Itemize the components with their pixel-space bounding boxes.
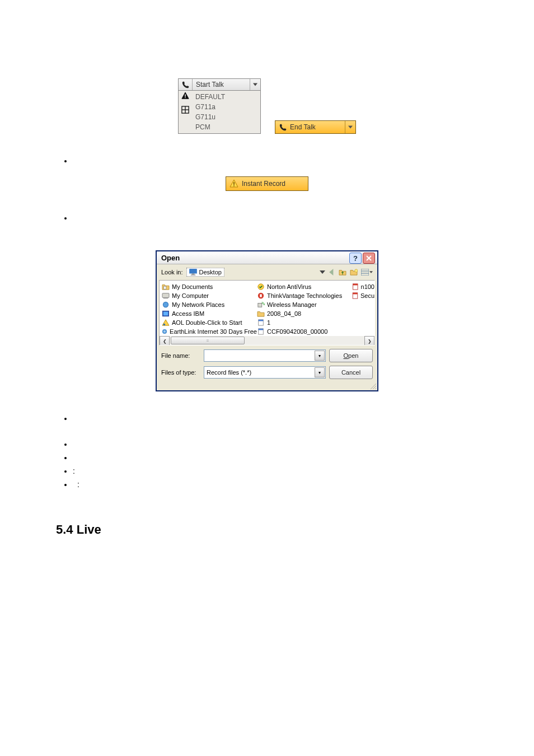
file-item[interactable]: n100 <box>352 282 374 291</box>
chevron-down-icon[interactable]: ▾ <box>315 367 325 377</box>
file-item[interactable]: Secu <box>352 291 374 300</box>
warning-icon <box>226 179 242 188</box>
filetype-value: Record files (*.*) <box>207 369 251 376</box>
start-talk-header[interactable]: Start Talk <box>178 78 261 91</box>
dialog-titlebar: Open ? <box>157 251 377 264</box>
start-talk-label: Start Talk <box>193 81 250 88</box>
codec-option[interactable]: G711a <box>195 102 260 112</box>
svg-rect-29 <box>259 329 264 330</box>
svg-rect-27 <box>259 320 264 321</box>
file-item[interactable]: EarthLink Internet 30 Days Free <box>162 327 257 336</box>
bullet-item <box>73 453 478 462</box>
file-item[interactable]: My Documents <box>162 282 257 291</box>
phone-icon <box>275 124 290 131</box>
svg-rect-7 <box>189 269 197 274</box>
svg-rect-9 <box>190 274 195 276</box>
bullet-item: : <box>73 480 478 489</box>
svg-rect-1 <box>185 97 185 98</box>
file-item[interactable]: AOL Double-Click to Start <box>162 318 257 327</box>
back-icon[interactable] <box>329 269 335 276</box>
svg-rect-15 <box>162 293 169 298</box>
open-button-label: pen <box>348 352 358 359</box>
file-item[interactable]: 1 <box>257 318 352 327</box>
codec-option[interactable]: PCM <box>195 122 260 132</box>
lookin-combo[interactable]: Desktop <box>186 268 224 277</box>
phone-icon <box>179 79 193 90</box>
scroll-left-icon[interactable]: ❮ <box>160 336 170 346</box>
svg-rect-33 <box>353 293 358 295</box>
svg-rect-14 <box>164 286 166 289</box>
filename-input[interactable]: ▾ <box>204 349 326 362</box>
svg-rect-8 <box>191 274 194 275</box>
instant-record-label: Instant Record <box>242 180 308 188</box>
svg-point-10 <box>355 269 358 272</box>
file-item[interactable]: ThinkVantage Technologies <box>257 291 352 300</box>
filename-label: File name: <box>161 352 200 359</box>
lookin-label: Look in: <box>161 269 183 276</box>
file-item[interactable]: 2008_04_08 <box>257 309 352 318</box>
end-talk-button[interactable]: End Talk <box>275 120 356 134</box>
svg-rect-6 <box>233 185 235 186</box>
svg-rect-11 <box>361 269 369 276</box>
chevron-down-icon[interactable] <box>250 79 260 90</box>
start-talk-dropdown[interactable]: Start Talk DEFAULT G711a G711u <box>178 78 261 134</box>
dialog-title: Open <box>161 254 180 262</box>
svg-rect-24 <box>260 294 261 297</box>
svg-rect-25 <box>258 303 262 307</box>
cancel-button-label: Cancel <box>341 369 360 376</box>
file-item[interactable]: Wireless Manager <box>257 300 352 309</box>
end-talk-label: End Talk <box>290 123 345 131</box>
svg-rect-31 <box>353 284 358 286</box>
start-talk-options: DEFAULT G711a G711u PCM <box>178 91 261 134</box>
file-item[interactable]: Norton AntiVirus <box>257 282 352 291</box>
file-item[interactable]: My Network Places <box>162 300 257 309</box>
cancel-button[interactable]: Cancel <box>329 366 373 379</box>
svg-point-20 <box>163 324 165 325</box>
section-heading: 5.4 Live <box>56 522 478 537</box>
close-icon[interactable] <box>363 253 375 264</box>
resize-grip-icon[interactable] <box>157 382 377 390</box>
desktop-icon <box>189 269 197 276</box>
svg-rect-16 <box>163 297 168 298</box>
svg-rect-0 <box>185 94 185 96</box>
grid-icon <box>181 106 189 115</box>
svg-rect-5 <box>233 182 235 185</box>
svg-rect-19 <box>163 312 168 316</box>
instant-record-button[interactable]: Instant Record <box>226 176 308 191</box>
bullet-item <box>73 156 478 165</box>
bullet-item <box>73 213 478 222</box>
file-item[interactable]: My Computer <box>162 291 257 300</box>
file-item[interactable]: CCF09042008_00000 <box>257 327 352 336</box>
new-folder-icon[interactable] <box>350 269 358 276</box>
help-icon[interactable]: ? <box>349 253 362 264</box>
codec-option[interactable]: G711u <box>195 112 260 122</box>
warning-icon <box>181 92 189 101</box>
up-folder-icon[interactable] <box>339 269 346 276</box>
file-list[interactable]: My Documents My Computer My Network Plac… <box>159 280 375 346</box>
bullet-item <box>73 440 478 449</box>
file-item[interactable]: Access IBM <box>162 309 257 318</box>
scroll-right-icon[interactable]: ❯ <box>364 336 374 346</box>
views-icon[interactable] <box>361 269 373 276</box>
bullet-item <box>73 414 478 423</box>
filetype-label: Files of type: <box>161 369 200 376</box>
filetype-select[interactable]: Record files (*.*) ▾ <box>204 366 326 379</box>
lookin-value: Desktop <box>199 269 222 276</box>
chevron-down-icon[interactable] <box>345 121 355 133</box>
chevron-down-icon[interactable]: ▾ <box>315 351 325 361</box>
scroll-thumb[interactable]: ≡ <box>171 337 245 344</box>
open-dialog: Open ? Look in: Desktop <box>156 250 378 391</box>
codec-option[interactable]: DEFAULT <box>195 92 260 102</box>
chevron-down-icon[interactable] <box>320 269 325 275</box>
horizontal-scrollbar[interactable]: ❮ ≡ ❯ <box>160 336 374 345</box>
open-button[interactable]: Open <box>329 349 373 362</box>
bullet-item: : <box>73 466 478 475</box>
